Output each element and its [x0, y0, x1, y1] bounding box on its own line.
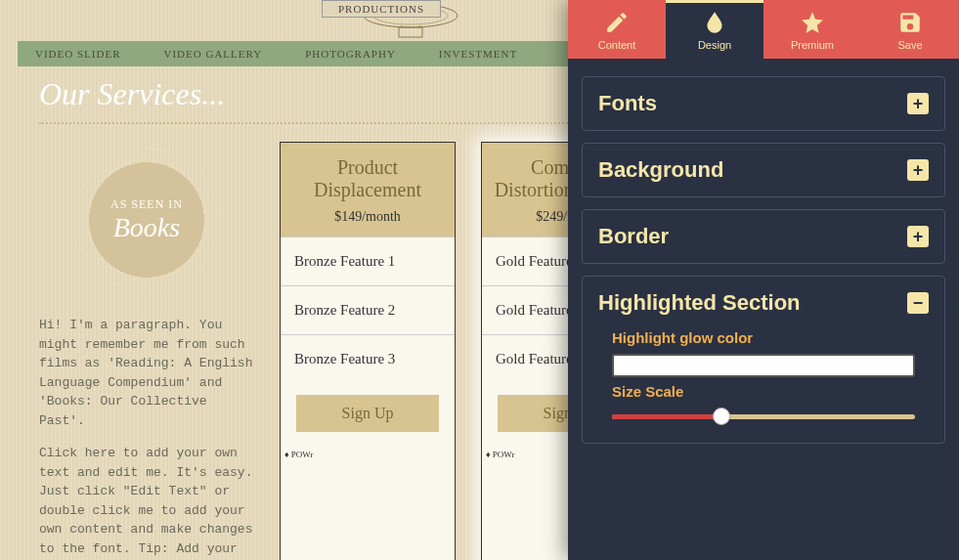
section-title: Highlighted Section — [598, 290, 801, 316]
powr-attribution: ♦ POWr — [281, 448, 455, 461]
header-logo-area: PRODUCTIONS — [235, 0, 528, 18]
star-icon — [800, 10, 825, 35]
intro-paragraph-2[interactable]: Click here to add your own text and edit… — [39, 444, 254, 560]
seal-line1: AS SEEN IN — [110, 197, 183, 212]
section-title: Border — [598, 224, 669, 249]
pricing-feature: Bronze Feature 1 — [281, 237, 455, 285]
tab-label: Save — [861, 39, 959, 51]
editor-sections: Fonts + Background + Border + Highlighte… — [568, 59, 959, 560]
nav-item-video-gallery[interactable]: VIDEO GALLERY — [163, 48, 262, 60]
pricing-feature: Bronze Feature 3 — [281, 334, 455, 383]
section-title: Fonts — [598, 91, 657, 116]
pricing-feature: Bronze Feature 2 — [281, 285, 455, 334]
productions-label: PRODUCTIONS — [322, 0, 441, 18]
editor-tabs: Content Design Premium Save — [568, 0, 959, 59]
pencil-icon — [604, 10, 630, 35]
svg-rect-2 — [399, 27, 422, 37]
section-header[interactable]: Highlighted Section − — [598, 290, 929, 316]
floppy-disk-icon — [897, 10, 923, 35]
section-background: Background + — [582, 143, 945, 197]
collapse-icon[interactable]: − — [907, 292, 929, 314]
droplet-icon — [702, 10, 727, 35]
tab-design[interactable]: Design — [666, 0, 763, 59]
signup-button[interactable]: Sign Up — [296, 395, 439, 432]
tab-label: Design — [666, 39, 763, 51]
tab-label: Content — [568, 39, 666, 51]
section-header[interactable]: Background + — [598, 157, 929, 183]
nav-item-photography[interactable]: PHOTOGRAPHY — [305, 48, 396, 60]
section-highlighted: Highlighted Section − Highlight glow col… — [582, 276, 945, 444]
expand-icon[interactable]: + — [907, 159, 929, 181]
seal-badge: AS SEEN IN Books — [68, 142, 225, 298]
nav-item-video-slider[interactable]: VIDEO SLIDER — [35, 48, 120, 60]
slider-fill — [612, 414, 721, 419]
pricing-price: $149/month — [288, 209, 447, 225]
section-title: Background — [598, 157, 723, 183]
nav-item-investment[interactable]: INVESTMENT — [439, 48, 517, 60]
glow-color-input[interactable] — [612, 354, 915, 377]
intro-paragraph-1[interactable]: Hi! I'm a paragraph. You might remember … — [39, 316, 254, 430]
section-border: Border + — [582, 209, 945, 264]
tab-label: Premium — [763, 39, 861, 51]
tab-content[interactable]: Content — [568, 0, 666, 59]
expand-icon[interactable]: + — [907, 93, 929, 114]
tab-save[interactable]: Save — [861, 0, 959, 59]
slider-thumb[interactable] — [713, 408, 730, 425]
editor-panel: Content Design Premium Save Fonts + Back… — [568, 0, 959, 560]
left-column: AS SEEN IN Books Hi! I'm a paragraph. Yo… — [39, 142, 254, 560]
size-scale-label: Size Scale — [612, 383, 929, 400]
pricing-card-bronze[interactable]: Product Displacement $149/month Bronze F… — [280, 142, 456, 560]
tab-premium[interactable]: Premium — [763, 0, 861, 59]
size-scale-slider[interactable] — [612, 408, 915, 425]
section-fonts: Fonts + — [582, 76, 945, 131]
seal-line2: Books — [110, 212, 183, 243]
section-header[interactable]: Fonts + — [598, 91, 929, 116]
glow-color-label: Highlight glow color — [612, 329, 929, 346]
pricing-title: Product Displacement — [288, 156, 447, 201]
expand-icon[interactable]: + — [907, 226, 929, 247]
section-header[interactable]: Border + — [598, 224, 929, 249]
